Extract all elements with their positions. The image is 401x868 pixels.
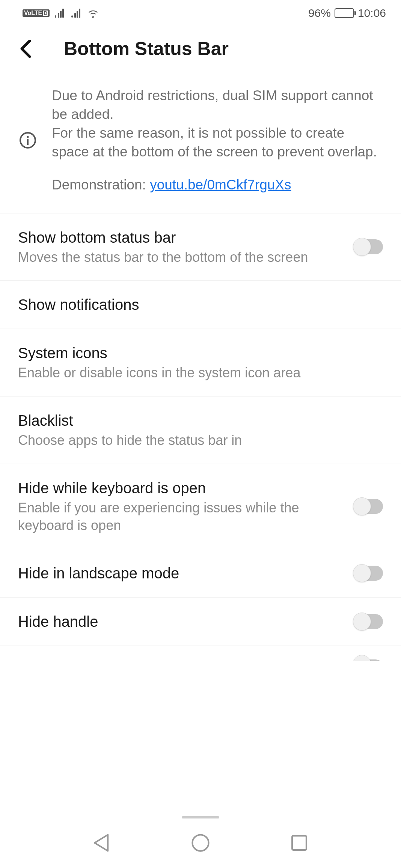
row-show-bottom-status-bar[interactable]: Show bottom status bar Moves the status … xyxy=(0,213,401,281)
signal-icon-2 xyxy=(71,9,83,18)
chevron-left-icon xyxy=(20,40,33,58)
svg-point-4 xyxy=(192,835,208,851)
nav-handle-indicator xyxy=(182,816,219,818)
info-demo-line: Demonstration: youtu.be/0mCkf7rguXs xyxy=(52,176,378,194)
toggle-hide-landscape[interactable] xyxy=(354,566,383,581)
row-show-notifications[interactable]: Show notifications xyxy=(0,281,401,329)
svg-point-1 xyxy=(27,136,29,138)
system-status-bar: VoLTED 96% 10:06 xyxy=(0,0,401,26)
row-blacklist[interactable]: Blacklist Choose apps to hide the status… xyxy=(0,396,401,464)
page-header: Bottom Status Bar xyxy=(0,26,401,75)
row-title: Hide while keyboard is open xyxy=(18,478,342,498)
row-hide-handle[interactable]: Hide handle xyxy=(0,598,401,646)
info-text: Due to Android restrictions, dual SIM su… xyxy=(52,86,378,194)
toggle-show-bar[interactable] xyxy=(354,239,383,254)
row-title: System icons xyxy=(18,343,383,363)
info-line1: Due to Android restrictions, dual SIM su… xyxy=(52,86,378,124)
row-title: Show notifications xyxy=(18,295,383,314)
row-sub: Moves the status bar to the bottom of th… xyxy=(18,249,342,266)
battery-percent: 96% xyxy=(308,7,331,20)
volte-icon: VoLTED xyxy=(23,9,50,17)
svg-marker-3 xyxy=(95,835,108,851)
toggle-hide-handle[interactable] xyxy=(354,614,383,629)
row-sub: Choose apps to hide the status bar in xyxy=(18,432,383,449)
info-icon xyxy=(19,131,37,149)
back-button[interactable] xyxy=(15,38,38,60)
row-sub: Enable or disable icons in the system ic… xyxy=(18,364,383,382)
battery-icon xyxy=(335,8,354,18)
svg-rect-2 xyxy=(27,139,29,145)
svg-rect-5 xyxy=(292,836,306,850)
row-title: Show bottom status bar xyxy=(18,228,342,247)
row-sub: Enable if you are experiencing issues wh… xyxy=(18,499,342,535)
info-line2: For the same reason, it is not possible … xyxy=(52,124,378,161)
nav-home-button[interactable] xyxy=(190,833,211,854)
wifi-icon xyxy=(88,9,98,18)
row-title: Hide handle xyxy=(18,612,342,631)
status-right: 96% 10:06 xyxy=(308,7,386,20)
nav-back-button[interactable] xyxy=(92,833,112,854)
toggle-hide-keyboard[interactable] xyxy=(354,499,383,514)
signal-icon-1 xyxy=(55,9,66,18)
page-title: Bottom Status Bar xyxy=(64,38,229,60)
nav-bar xyxy=(0,819,401,868)
row-hide-landscape[interactable]: Hide in landscape mode xyxy=(0,549,401,598)
row-title: Blacklist xyxy=(18,411,383,430)
row-title: Hide in landscape mode xyxy=(18,563,342,583)
info-banner: Due to Android restrictions, dual SIM su… xyxy=(0,75,401,213)
demo-link[interactable]: youtu.be/0mCkf7rguXs xyxy=(150,177,291,192)
clock: 10:06 xyxy=(358,7,386,20)
nav-recent-button[interactable] xyxy=(289,833,309,854)
row-hide-while-keyboard[interactable]: Hide while keyboard is open Enable if yo… xyxy=(0,464,401,549)
row-system-icons[interactable]: System icons Enable or disable icons in … xyxy=(0,329,401,396)
toggle-peek[interactable] xyxy=(354,650,383,661)
row-peek-next xyxy=(0,646,401,661)
status-left-icons: VoLTED xyxy=(23,9,98,18)
demo-prefix: Demonstration: xyxy=(52,177,150,192)
